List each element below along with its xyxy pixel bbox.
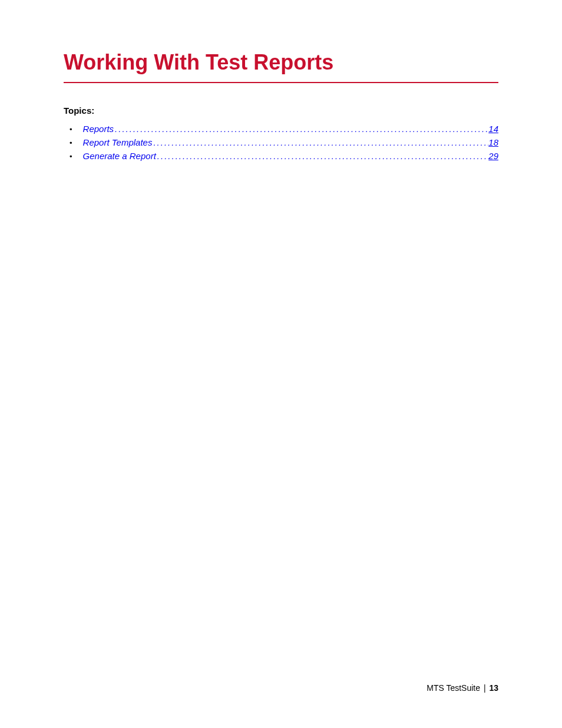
bullet-icon: • — [70, 139, 72, 147]
footer-page-number: 13 — [489, 683, 498, 693]
toc-link-reports[interactable]: Reports — [83, 124, 114, 134]
toc-item: • Report Templates 18 — [64, 137, 498, 147]
footer-product: MTS TestSuite — [427, 683, 480, 693]
toc-leader-dots — [114, 124, 488, 134]
bullet-icon: • — [70, 125, 72, 134]
toc-item: • Reports 14 — [64, 124, 498, 134]
toc-leader-dots — [152, 137, 488, 147]
bullet-icon: • — [70, 152, 72, 161]
toc-item: • Generate a Report 29 — [64, 151, 498, 161]
toc-page-report-templates[interactable]: 18 — [488, 137, 498, 147]
page-footer: MTS TestSuite | 13 — [427, 683, 498, 693]
toc-list: • Reports 14 • Report Templates 18 • Gen… — [64, 124, 498, 161]
toc-page-generate-report[interactable]: 29 — [488, 151, 498, 161]
chapter-title: Working With Test Reports — [64, 50, 498, 83]
toc-link-report-templates[interactable]: Report Templates — [83, 137, 153, 147]
toc-leader-dots — [156, 151, 489, 161]
toc-page-reports[interactable]: 14 — [488, 124, 498, 134]
topics-label: Topics: — [64, 106, 498, 116]
footer-separator: | — [484, 683, 486, 693]
toc-link-generate-report[interactable]: Generate a Report — [83, 151, 156, 161]
